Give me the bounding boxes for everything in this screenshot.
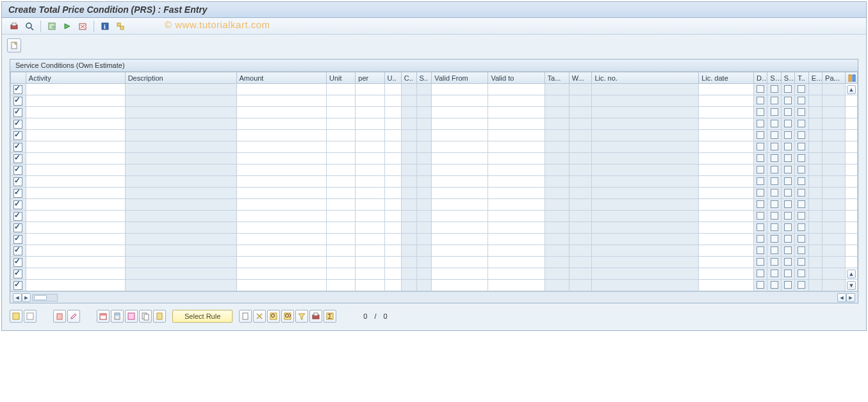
info-icon[interactable]: i: [98, 20, 112, 33]
checkbox[interactable]: [771, 200, 778, 208]
checkbox[interactable]: [798, 108, 805, 116]
table-row[interactable]: [11, 245, 858, 257]
table-row[interactable]: [11, 107, 858, 118]
checkbox[interactable]: [771, 120, 778, 127]
checkbox[interactable]: [798, 97, 805, 104]
checkbox[interactable]: [757, 166, 764, 173]
copy-icon[interactable]: [139, 310, 152, 323]
row-selector[interactable]: [13, 85, 22, 94]
checkbox[interactable]: [771, 85, 778, 93]
checkbox[interactable]: [771, 177, 778, 185]
e-col[interactable]: E..: [808, 72, 822, 84]
checkbox[interactable]: [757, 120, 764, 127]
checkbox[interactable]: [798, 154, 805, 162]
select-rule-button[interactable]: Select Rule: [172, 310, 233, 323]
checkbox[interactable]: [798, 143, 805, 150]
checkbox[interactable]: [784, 189, 792, 197]
scroll-left-icon[interactable]: ◄: [13, 293, 22, 302]
table-row[interactable]: [11, 165, 858, 176]
description-col[interactable]: Description: [125, 72, 236, 84]
row-selector[interactable]: [13, 143, 22, 152]
scroll-left-end-icon[interactable]: ◄: [837, 293, 846, 302]
checkbox[interactable]: [784, 177, 792, 185]
checkbox[interactable]: [798, 166, 805, 173]
vertical-scrollbar[interactable]: [845, 257, 857, 268]
scroll-down-icon[interactable]: ▼: [847, 281, 856, 290]
checkbox[interactable]: [784, 281, 792, 289]
table-row[interactable]: ▲: [11, 268, 858, 280]
checkbox[interactable]: [757, 108, 764, 116]
vertical-scrollbar[interactable]: [845, 141, 857, 153]
vertical-scrollbar[interactable]: ▼: [845, 280, 857, 291]
row-selector[interactable]: [13, 166, 22, 175]
row-selector[interactable]: [13, 281, 22, 290]
checkbox[interactable]: [798, 223, 805, 231]
checkbox[interactable]: [757, 235, 764, 243]
checkbox[interactable]: [757, 269, 764, 277]
row-selector[interactable]: [13, 258, 22, 267]
checkbox[interactable]: [771, 269, 778, 277]
horizontal-scrollbar[interactable]: ◄ ► ◄ ►: [10, 291, 858, 303]
s2-col[interactable]: S..: [767, 72, 781, 84]
activity-col[interactable]: Activity: [26, 72, 125, 84]
checkbox[interactable]: [798, 189, 805, 197]
valid-to-col[interactable]: Valid to: [488, 72, 545, 84]
config-col[interactable]: [845, 72, 857, 84]
insert-row-icon[interactable]: ＋: [45, 20, 59, 33]
pa-col[interactable]: Pa...: [823, 72, 846, 84]
checkbox[interactable]: [771, 212, 778, 220]
unit-col[interactable]: Unit: [327, 72, 356, 84]
table-row[interactable]: [11, 130, 858, 141]
checkbox[interactable]: [784, 143, 792, 150]
print-icon[interactable]: [309, 310, 322, 323]
checkbox[interactable]: [784, 120, 792, 127]
table-row[interactable]: [11, 234, 858, 245]
table-row[interactable]: [11, 257, 858, 268]
services-icon[interactable]: [113, 20, 127, 33]
checkbox[interactable]: [757, 258, 764, 266]
row-selector[interactable]: [13, 97, 22, 106]
vertical-scrollbar[interactable]: [845, 107, 857, 118]
new-page-icon[interactable]: [239, 310, 252, 323]
cut-icon[interactable]: [253, 310, 266, 323]
checkbox[interactable]: [757, 223, 764, 231]
table-row[interactable]: [11, 176, 858, 188]
row-selector[interactable]: [13, 223, 22, 232]
vertical-scrollbar[interactable]: [845, 176, 857, 188]
checkbox[interactable]: [784, 166, 792, 173]
checkbox[interactable]: [784, 269, 792, 277]
checkbox[interactable]: [798, 235, 805, 243]
lic-no-col[interactable]: Lic. no.: [592, 72, 699, 84]
row-selector[interactable]: [13, 212, 22, 221]
checkbox[interactable]: [757, 246, 764, 254]
checkbox[interactable]: [784, 85, 792, 93]
paste-icon[interactable]: [153, 310, 166, 323]
vertical-scrollbar[interactable]: ▲: [845, 268, 857, 280]
vertical-scrollbar[interactable]: [845, 130, 857, 141]
table-row[interactable]: [11, 188, 858, 199]
find-next-icon[interactable]: [281, 310, 294, 323]
checkbox[interactable]: [757, 189, 764, 197]
tax-col[interactable]: Ta...: [545, 72, 569, 84]
checkbox[interactable]: [757, 85, 764, 93]
checkbox[interactable]: [784, 108, 792, 116]
checkbox[interactable]: [798, 200, 805, 208]
per-col[interactable]: per: [356, 72, 384, 84]
checkbox[interactable]: [771, 258, 778, 266]
checkbox[interactable]: [757, 212, 764, 220]
checkbox[interactable]: [784, 200, 792, 208]
row-selector[interactable]: [13, 200, 22, 209]
summation-icon[interactable]: Σ: [323, 310, 336, 323]
vertical-scrollbar[interactable]: [845, 165, 857, 176]
checkbox[interactable]: [784, 154, 792, 162]
s3-col[interactable]: S..: [781, 72, 794, 84]
checkbox[interactable]: [784, 223, 792, 231]
checkbox[interactable]: [798, 177, 805, 185]
w-col[interactable]: W...: [569, 72, 592, 84]
checkbox[interactable]: [757, 281, 764, 289]
vertical-scrollbar[interactable]: [845, 245, 857, 257]
table-row[interactable]: ▼: [11, 280, 858, 291]
checkbox[interactable]: [757, 154, 764, 162]
checkbox[interactable]: [771, 143, 778, 150]
vertical-scrollbar[interactable]: [845, 153, 857, 165]
